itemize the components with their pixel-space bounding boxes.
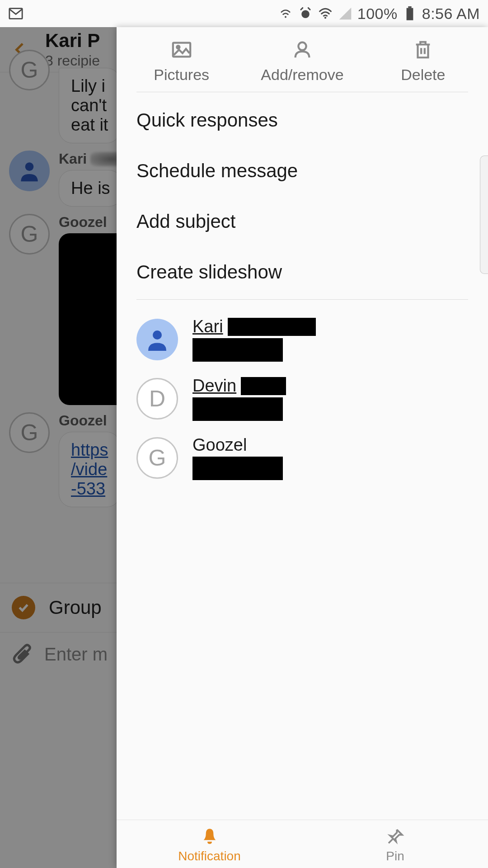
notification-tab[interactable]: Notification: [117, 820, 302, 868]
svg-rect-5: [406, 8, 413, 20]
wifi-icon: [318, 6, 333, 21]
trash-icon: [411, 38, 435, 61]
participant-name: Kari: [192, 317, 223, 336]
redacted-block: [241, 377, 286, 395]
participant-row[interactable]: G Goozel: [136, 428, 468, 487]
svg-point-9: [298, 42, 306, 50]
pin-tab[interactable]: Pin: [302, 820, 488, 868]
add-subject-item[interactable]: Add subject: [136, 196, 468, 247]
add-remove-button[interactable]: Add/remove: [242, 35, 362, 92]
schedule-message-item[interactable]: Schedule message: [136, 146, 468, 196]
redacted-block: [192, 457, 283, 480]
status-bar: 100% 8:56 AM: [0, 0, 488, 27]
alarm-icon: [298, 6, 313, 21]
participant-row[interactable]: Kari: [136, 310, 468, 369]
create-slideshow-item[interactable]: Create slideshow: [136, 247, 468, 297]
clock-time: 8:56 AM: [422, 5, 480, 23]
person-icon: [291, 38, 314, 61]
delete-button[interactable]: Delete: [363, 35, 483, 92]
participant-row[interactable]: D Devin: [136, 369, 468, 428]
svg-point-10: [153, 330, 162, 340]
svg-rect-4: [408, 6, 411, 8]
pictures-icon: [170, 38, 193, 61]
avatar: G: [136, 437, 178, 479]
gmail-icon: [8, 6, 23, 21]
avatar: D: [136, 378, 178, 420]
battery-icon: [402, 6, 418, 21]
svg-point-3: [324, 17, 326, 19]
divider: [136, 92, 468, 92]
quick-responses-item[interactable]: Quick responses: [136, 95, 468, 146]
menu-list: Quick responses Schedule message Add sub…: [117, 95, 488, 300]
participant-name: Goozel: [192, 435, 247, 455]
redacted-block: [192, 397, 283, 421]
svg-point-2: [301, 10, 310, 19]
scroll-handle[interactable]: [480, 156, 488, 274]
panel-toolbar: Pictures Add/remove Delete: [117, 27, 488, 92]
wifi-calling-icon: [278, 6, 293, 21]
options-panel: Pictures Add/remove Delete Quick respons…: [117, 27, 488, 868]
pictures-button[interactable]: Pictures: [121, 35, 242, 92]
redacted-block: [228, 318, 316, 336]
participants-list: Kari D Devin G Goozel: [117, 300, 488, 497]
svg-point-8: [177, 46, 179, 48]
battery-percent: 100%: [357, 5, 398, 23]
panel-bottom-bar: Notification Pin: [117, 820, 488, 868]
cell-signal-icon: [338, 6, 353, 21]
pin-icon: [385, 826, 405, 846]
svg-point-1: [285, 16, 286, 18]
avatar: [136, 319, 178, 360]
redacted-block: [192, 338, 283, 362]
participant-name: Devin: [192, 376, 236, 396]
bell-icon: [200, 826, 220, 846]
